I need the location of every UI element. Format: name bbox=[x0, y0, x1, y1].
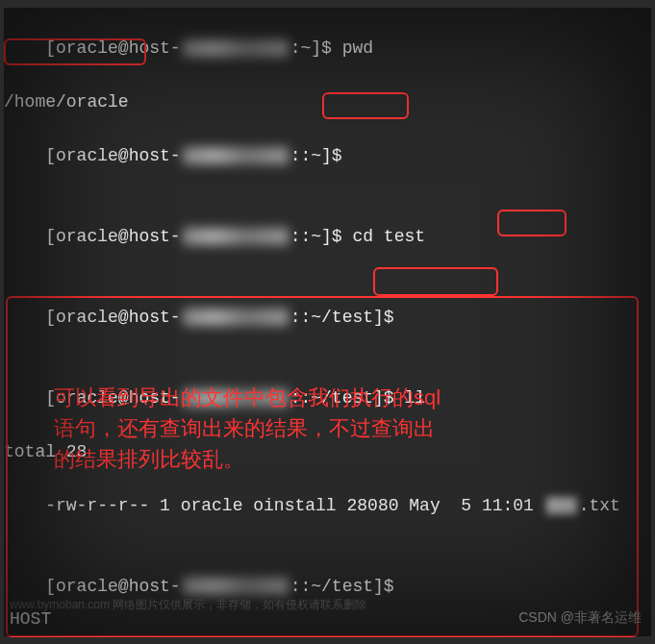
censored-host bbox=[183, 309, 289, 326]
prompt-prefix: [oracle@host- bbox=[45, 38, 180, 58]
censored-host bbox=[183, 578, 289, 595]
censored-host bbox=[183, 228, 289, 245]
prompt-prefix: [oracle@host- bbox=[45, 308, 180, 327]
file-details: -rw-r--r-- 1 oracle oinstall 28080 May 5… bbox=[45, 496, 543, 515]
prompt-line-test1: [oracle@host-::~/test]$ bbox=[4, 277, 651, 358]
prompt-line-empty1: [oracle@host-::~]$ bbox=[4, 115, 651, 196]
prompt-suffix: :~]$ pwd bbox=[290, 38, 373, 58]
prompt-suffix: ::~]$ bbox=[290, 227, 353, 246]
prompt-line-pwd: [oracle@host-:~]$ pwd bbox=[4, 8, 651, 88]
file-ext: .txt bbox=[579, 496, 620, 515]
terminal-window[interactable]: [oracle@host-:~]$ pwd /home/oracle [orac… bbox=[4, 8, 651, 636]
watermark-author: CSDN @非著名运维 bbox=[518, 609, 642, 627]
prompt-suffix: ::~]$ bbox=[290, 146, 342, 165]
prompt-suffix: ::~/test]$ bbox=[290, 308, 394, 327]
output-file-row: -rw-r--r-- 1 oracle oinstall 28080 May 5… bbox=[4, 465, 651, 546]
prompt-line-cdtest: [oracle@host-::~]$ cd test bbox=[4, 196, 651, 277]
prompt-line-cat: [oracle@host-::~/test]$ cat .txt bbox=[4, 627, 651, 644]
censored-host bbox=[183, 147, 289, 164]
output-home: /home/oracle bbox=[4, 88, 651, 115]
prompt-suffix: ::~/test]$ bbox=[290, 577, 394, 596]
prompt-prefix: [oracle@host- bbox=[45, 577, 180, 596]
cmd-cdtest: cd test bbox=[352, 227, 425, 246]
watermark-source: www.bymoban.com 网络图片仅供展示，非存储，如有侵权请联系删除 bbox=[10, 597, 366, 613]
censored-filename bbox=[546, 497, 577, 514]
prompt-prefix: [oracle@host- bbox=[45, 227, 180, 246]
prompt-prefix: [oracle@host- bbox=[45, 146, 180, 165]
annotation-text: 可以看到导出的文件中包含我们执行的sql 语句，还有查询出来的结果，不过查询出 … bbox=[54, 383, 535, 475]
censored-host bbox=[183, 39, 289, 57]
